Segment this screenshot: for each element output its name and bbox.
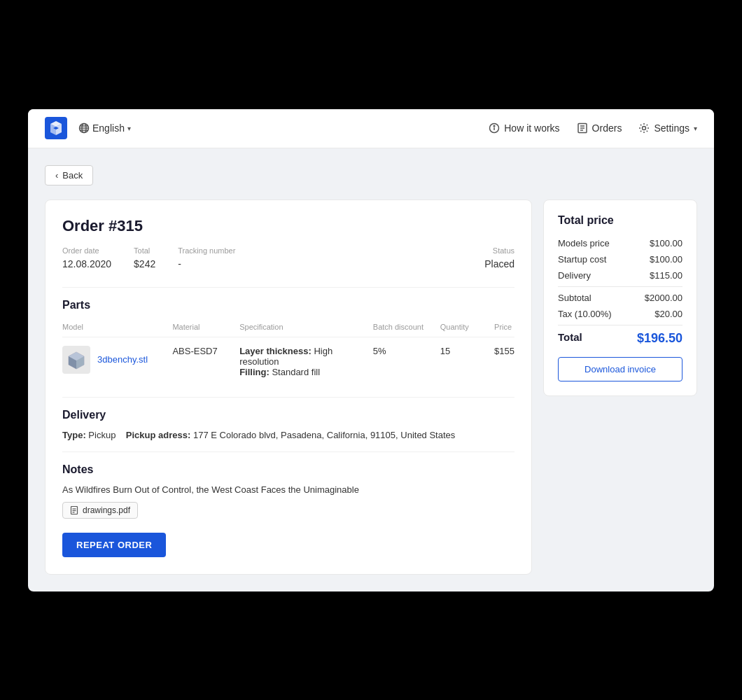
col-model: Model xyxy=(62,320,172,337)
divider-3 xyxy=(62,451,514,452)
delivery-section: Delivery Type: Pickup Pickup adress: 177… xyxy=(62,409,514,440)
parts-table: Model Material Specification Batch disco… xyxy=(62,320,514,386)
sidebar-divider-2 xyxy=(558,325,682,326)
navbar-left: English ▾ xyxy=(45,117,131,139)
order-title: Order #315 xyxy=(62,217,514,235)
order-total-col: Total $242 xyxy=(134,246,155,270)
spec-fill-label: Filling: xyxy=(239,367,270,377)
delivery-type-value: Pickup xyxy=(88,430,115,440)
price-label-delivery: Delivery xyxy=(558,270,591,281)
repeat-order-button[interactable]: REPEAT ORDER xyxy=(62,533,166,557)
how-it-works-label: How it works xyxy=(504,122,559,134)
price-value-tax: $20.00 xyxy=(654,309,682,319)
parts-section: Parts Model Material Specification Batch… xyxy=(62,299,514,386)
notes-section: Notes As Wildfires Burn Out of Control, … xyxy=(62,463,514,519)
order-total-label: Total xyxy=(134,246,155,255)
price-cell: $155 xyxy=(494,337,514,386)
globe-icon xyxy=(78,122,90,134)
attachment-name: drawings.pdf xyxy=(83,505,130,515)
attachment-tag[interactable]: drawings.pdf xyxy=(62,502,138,519)
order-date-value: 12.08.2020 xyxy=(62,258,111,270)
model-thumbnail xyxy=(62,346,90,374)
settings-chevron-icon: ▾ xyxy=(694,125,697,132)
settings-label: Settings xyxy=(654,122,690,134)
status-badge: Placed xyxy=(484,258,514,270)
orders-label: Orders xyxy=(592,122,622,134)
material-cell: ABS-ESD7 xyxy=(172,337,239,386)
price-row-total: Total $196.50 xyxy=(558,331,682,346)
delivery-address-value: 177 E Colorado blvd, Pasadena, Californi… xyxy=(193,430,455,440)
price-label-models: Models price xyxy=(558,238,610,248)
col-specification: Specification xyxy=(239,320,373,337)
back-button[interactable]: ‹ Back xyxy=(45,165,93,186)
main-content: ‹ Back Order #315 Order date 12.08.2020 … xyxy=(28,148,714,592)
sidebar-divider-1 xyxy=(558,286,682,287)
spec-fill-value: Standard fill xyxy=(272,367,320,377)
model-name: 3dbenchy.stl xyxy=(97,354,148,365)
specification-cell: Layer thickness: High resolution Filling… xyxy=(239,337,373,386)
table-row: 3dbenchy.stl ABS-ESD7 Layer thickness: H… xyxy=(62,337,514,386)
order-meta: Order date 12.08.2020 Total $242 Trackin… xyxy=(62,246,514,270)
col-price: Price xyxy=(494,320,514,337)
batch-discount-cell: 5% xyxy=(373,337,440,386)
download-invoice-button[interactable]: Download invoice xyxy=(558,357,682,382)
order-card: Order #315 Order date 12.08.2020 Total $… xyxy=(45,200,532,575)
notes-text: As Wildfires Burn Out of Control, the We… xyxy=(62,484,514,495)
price-value-total: $196.50 xyxy=(637,331,682,346)
price-label-startup: Startup cost xyxy=(558,254,606,265)
price-sidebar: Total price Models price $100.00 Startup… xyxy=(543,200,697,396)
svg-point-13 xyxy=(643,127,646,130)
price-row-models: Models price $100.00 xyxy=(558,238,682,248)
price-label-tax: Tax (10.00%) xyxy=(558,309,612,319)
notes-title: Notes xyxy=(62,463,514,476)
tracking-col: Tracking number - xyxy=(178,246,235,270)
attachment-icon xyxy=(70,506,78,514)
price-label-total: Total xyxy=(558,331,582,346)
price-value-subtotal: $2000.00 xyxy=(645,293,682,303)
delivery-type-label: Type: xyxy=(62,430,86,440)
svg-point-8 xyxy=(493,125,495,127)
col-batch-discount: Batch discount xyxy=(373,320,440,337)
price-row-subtotal: Subtotal $2000.00 xyxy=(558,293,682,303)
language-selector[interactable]: English ▾ xyxy=(78,122,131,134)
price-row-delivery: Delivery $115.00 xyxy=(558,270,682,281)
language-label: English xyxy=(92,122,125,134)
status-col: Status Placed xyxy=(484,246,514,270)
delivery-title: Delivery xyxy=(62,409,514,421)
col-material: Material xyxy=(172,320,239,337)
orders-icon xyxy=(577,122,588,134)
model-cell: 3dbenchy.stl xyxy=(62,337,172,386)
delivery-address-label: Pickup adress: xyxy=(126,430,191,440)
navbar-right: How it works Orders Settings ▾ xyxy=(489,122,697,134)
total-price-title: Total price xyxy=(558,214,682,227)
col-quantity: Quantity xyxy=(440,320,494,337)
price-label-subtotal: Subtotal xyxy=(558,293,592,303)
spec-layer-label: Layer thickness: xyxy=(239,346,312,356)
how-it-works-link[interactable]: How it works xyxy=(489,122,559,134)
divider-1 xyxy=(62,287,514,288)
back-label: Back xyxy=(62,170,83,181)
navbar: English ▾ How it works Or xyxy=(28,109,714,148)
order-date-label: Order date xyxy=(62,246,111,255)
content-layout: Order #315 Order date 12.08.2020 Total $… xyxy=(45,200,697,575)
model-3d-icon xyxy=(66,349,87,370)
orders-link[interactable]: Orders xyxy=(577,122,622,134)
price-value-delivery: $115.00 xyxy=(650,270,682,281)
gear-icon xyxy=(638,122,650,134)
status-label: Status xyxy=(484,246,514,255)
logo-icon xyxy=(45,117,67,139)
delivery-info: Type: Pickup Pickup adress: 177 E Colora… xyxy=(62,430,514,440)
price-row-startup: Startup cost $100.00 xyxy=(558,254,682,265)
tracking-label: Tracking number xyxy=(178,246,235,255)
settings-link[interactable]: Settings ▾ xyxy=(638,122,697,134)
price-value-startup: $100.00 xyxy=(650,254,682,265)
parts-title: Parts xyxy=(62,299,514,312)
divider-2 xyxy=(62,397,514,398)
tracking-value: - xyxy=(178,258,181,270)
chevron-down-icon: ▾ xyxy=(127,125,131,132)
price-value-models: $100.00 xyxy=(650,238,682,248)
price-row-tax: Tax (10.00%) $20.00 xyxy=(558,309,682,319)
quantity-cell: 15 xyxy=(440,337,494,386)
order-total-value: $242 xyxy=(134,258,155,270)
price-rows: Models price $100.00 Startup cost $100.0… xyxy=(558,238,682,346)
